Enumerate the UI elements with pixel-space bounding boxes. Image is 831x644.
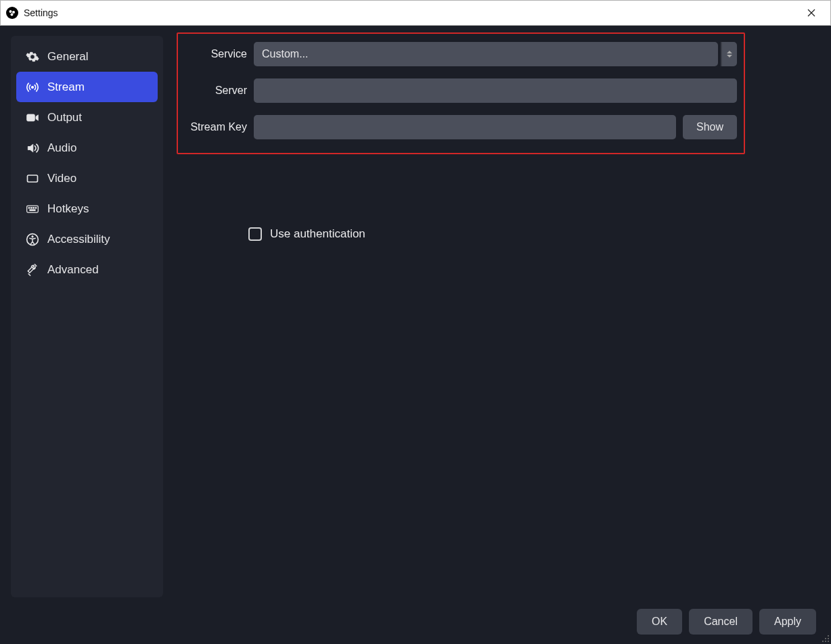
sidebar-item-label: Output [47, 111, 82, 124]
sidebar-item-general[interactable]: General [16, 41, 158, 72]
svg-rect-7 [28, 175, 38, 182]
sidebar-item-advanced[interactable]: Advanced [16, 254, 158, 285]
svg-rect-11 [33, 207, 35, 208]
app-icon [6, 7, 18, 19]
sidebar-item-video[interactable]: Video [16, 163, 158, 193]
main-panel: Service Custom... Server Stream Key Show… [163, 26, 831, 644]
sidebar-item-label: Hotkeys [47, 202, 89, 216]
sidebar-item-label: General [47, 50, 88, 64]
use-authentication-checkbox[interactable] [248, 227, 262, 241]
svg-point-0 [9, 10, 12, 13]
svg-rect-10 [31, 207, 32, 208]
sidebar-item-output[interactable]: Output [16, 102, 158, 133]
service-row: Service Custom... [185, 42, 737, 66]
streamkey-input[interactable] [254, 115, 676, 139]
antenna-icon [26, 80, 39, 94]
titlebar-left: Settings [6, 7, 58, 19]
svg-point-21 [828, 641, 829, 642]
accessibility-icon [26, 233, 39, 246]
svg-point-15 [32, 235, 34, 237]
svg-rect-8 [27, 206, 39, 212]
service-value: Custom... [262, 48, 308, 60]
svg-point-17 [825, 638, 826, 639]
sidebar-item-hotkeys[interactable]: Hotkeys [16, 193, 158, 224]
audio-icon [26, 141, 39, 155]
output-icon [26, 111, 39, 124]
select-spinner-icon[interactable] [721, 42, 737, 66]
tools-icon [26, 263, 39, 277]
server-label: Server [185, 85, 247, 97]
svg-point-19 [822, 641, 824, 642]
service-select[interactable]: Custom... [254, 42, 718, 66]
dialog-footer: OK Cancel Apply [637, 609, 816, 635]
svg-point-5 [31, 86, 33, 88]
body: General Stream Output Audio Video [0, 26, 831, 644]
show-button[interactable]: Show [683, 115, 737, 139]
svg-rect-6 [27, 114, 35, 121]
svg-point-2 [11, 14, 14, 16]
svg-rect-13 [30, 209, 35, 210]
sidebar-item-accessibility[interactable]: Accessibility [16, 224, 158, 254]
sidebar-item-stream[interactable]: Stream [16, 72, 158, 102]
streamkey-label: Stream Key [185, 121, 247, 133]
svg-rect-9 [28, 207, 30, 208]
resize-grip-icon[interactable] [820, 633, 830, 643]
window-title: Settings [24, 7, 58, 18]
service-label: Service [185, 48, 247, 60]
server-input[interactable] [254, 78, 737, 103]
sidebar-item-label: Accessibility [47, 233, 110, 246]
streamkey-row: Stream Key Show [185, 115, 737, 139]
sidebar-item-label: Video [47, 172, 76, 185]
sidebar-item-label: Advanced [47, 263, 99, 277]
stream-settings-highlight: Service Custom... Server Stream Key Show [177, 32, 745, 154]
close-button[interactable] [798, 3, 825, 23]
use-authentication-label: Use authentication [270, 227, 365, 241]
titlebar: Settings [0, 0, 831, 26]
svg-point-18 [828, 638, 829, 639]
use-authentication-row: Use authentication [248, 227, 824, 241]
sidebar-item-label: Stream [47, 80, 85, 94]
svg-point-1 [12, 11, 15, 14]
sidebar-item-label: Audio [47, 141, 76, 155]
sidebar: General Stream Output Audio Video [11, 36, 163, 597]
svg-point-20 [825, 641, 826, 642]
keyboard-icon [26, 202, 39, 216]
apply-button[interactable]: Apply [759, 609, 816, 635]
svg-rect-12 [35, 207, 37, 208]
server-row: Server [185, 78, 737, 103]
ok-button[interactable]: OK [637, 609, 682, 635]
video-icon [26, 172, 39, 185]
sidebar-item-audio[interactable]: Audio [16, 133, 158, 163]
gear-icon [26, 50, 39, 64]
cancel-button[interactable]: Cancel [689, 609, 753, 635]
svg-point-16 [828, 635, 829, 637]
